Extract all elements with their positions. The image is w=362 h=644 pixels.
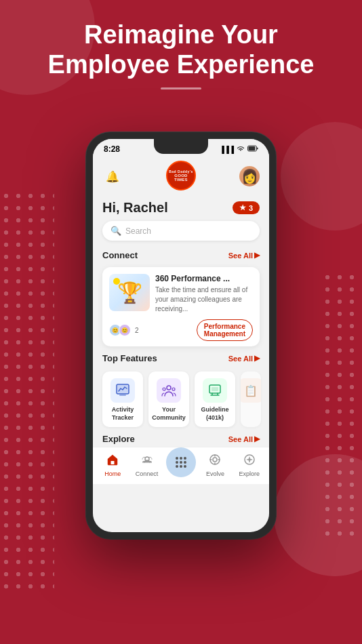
deco-dots-right (321, 271, 362, 542)
explore-section-header: Explore See All ▶ (93, 431, 269, 447)
hero-section: Reimagine Your Employee Experience (0, 20, 362, 103)
phone-notch (154, 139, 208, 154)
connect-card[interactable]: 🏆 360 Performance ... Take the time and … (102, 267, 260, 346)
search-bar[interactable]: 🔍 Search (102, 221, 260, 241)
svg-point-7 (163, 388, 165, 390)
features-title: Top Features (102, 353, 157, 363)
nav-center[interactable] (164, 453, 198, 477)
svg-point-20 (180, 465, 182, 468)
features-row: ActivityTracker YourCommunity (93, 366, 269, 431)
nav-evolve-label: Evolve (206, 470, 224, 477)
svg-point-23 (213, 458, 217, 462)
avatar-count: 2 (135, 327, 139, 334)
svg-point-14 (180, 457, 182, 460)
explore-title: Explore (102, 434, 135, 444)
phone-mockup: 8:28 ▐▐▐ (86, 132, 276, 539)
star-count: 3 (249, 204, 253, 212)
evolve-icon (209, 454, 221, 469)
community-icon (157, 378, 181, 403)
app-logo: Bad Daddy's GOOD TIMES (166, 161, 196, 192)
svg-point-15 (184, 457, 186, 460)
svg-point-19 (176, 465, 178, 468)
svg-point-18 (184, 461, 186, 464)
feature-guideline[interactable]: Guideline(401k) (195, 371, 235, 427)
connect-see-all[interactable]: See All ▶ (228, 251, 260, 260)
greeting-text: Hi, Rachel (102, 200, 168, 216)
community-label: YourCommunity (152, 406, 186, 422)
connect-section-header: Connect See All ▶ (93, 247, 269, 263)
wifi-icon (237, 145, 245, 153)
svg-point-16 (176, 461, 178, 464)
card-title: 360 Performance ... (155, 274, 253, 283)
feature-activity-tracker[interactable]: ActivityTracker (102, 371, 143, 427)
svg-point-6 (167, 386, 171, 390)
nav-connect[interactable]: Connect (129, 454, 163, 477)
phone-screen: 8:28 ▐▐▐ (93, 139, 269, 532)
feature-more[interactable]: 📋 (241, 371, 261, 427)
features-section-header: Top Features See All ▶ (93, 350, 269, 366)
features-chevron-icon: ▶ (254, 354, 260, 363)
card-footer: 😊 😊 2 Performance Management (109, 319, 253, 341)
star-badge[interactable]: ★ 3 (233, 201, 260, 214)
guideline-icon (203, 378, 227, 403)
svg-point-17 (180, 461, 182, 464)
activity-tracker-label: ActivityTracker (112, 406, 134, 422)
bell-icon: 🔔 (106, 170, 119, 183)
nav-evolve[interactable]: Evolve (198, 454, 232, 477)
logo-badge: Bad Daddy's GOOD TIMES (166, 161, 196, 190)
avatar-2: 😊 (119, 324, 131, 336)
chevron-right-icon: ▶ (254, 251, 260, 260)
nav-explore-label: Explore (239, 470, 260, 477)
status-time: 8:28 (104, 144, 120, 154)
svg-point-25 (248, 458, 251, 461)
bell-button[interactable]: 🔔 (102, 166, 123, 186)
avatar[interactable]: 👩 (239, 166, 260, 186)
explore-see-all[interactable]: See All ▶ (228, 435, 260, 443)
explore-nav-icon (243, 454, 256, 469)
battery-icon (247, 145, 258, 153)
svg-rect-10 (212, 387, 218, 391)
performance-management-button[interactable]: Performance Management (197, 319, 253, 341)
features-see-all[interactable]: See All ▶ (228, 354, 260, 363)
avatar-group: 😊 😊 2 (109, 324, 139, 336)
connect-title: Connect (102, 250, 138, 260)
activity-tracker-icon (110, 378, 135, 403)
more-icon: 📋 (241, 378, 261, 403)
svg-point-8 (172, 388, 175, 390)
hero-title: Reimagine Your Employee Experience (27, 20, 335, 79)
svg-rect-11 (111, 461, 115, 464)
home-icon (106, 454, 119, 469)
nav-explore[interactable]: Explore (233, 454, 266, 477)
svg-point-13 (176, 457, 178, 460)
status-icons: ▐▐▐ (220, 145, 258, 153)
nav-home[interactable]: Home (96, 454, 129, 477)
card-image: 🏆 (109, 274, 150, 311)
svg-point-21 (184, 465, 186, 468)
nav-center-button[interactable] (166, 447, 196, 477)
deco-dots-left (0, 190, 54, 597)
star-icon: ★ (239, 203, 246, 212)
card-description: Take the time and ensure all of your ama… (155, 285, 253, 314)
card-text: 360 Performance ... Take the time and en… (155, 274, 253, 314)
avatar-image: 👩 (241, 168, 258, 184)
yellow-dot (113, 278, 120, 285)
app-header: 🔔 Bad Daddy's GOOD TIMES 👩 (93, 157, 269, 196)
greeting-row: Hi, Rachel ★ 3 (93, 196, 269, 221)
hero-divider (161, 87, 201, 89)
search-icon: 🔍 (110, 226, 121, 236)
guideline-label: Guideline(401k) (201, 406, 228, 422)
deco-circle-top-right (281, 122, 362, 230)
bottom-nav: Home Connect (93, 447, 269, 484)
nav-home-label: Home (104, 470, 121, 477)
card-illustration: 🏆 (117, 281, 142, 304)
svg-rect-2 (257, 148, 258, 150)
svg-rect-1 (249, 146, 256, 150)
search-placeholder: Search (125, 226, 252, 236)
svg-rect-5 (119, 395, 126, 396)
feature-your-community[interactable]: YourCommunity (148, 371, 189, 427)
connect-icon (141, 454, 153, 469)
card-inner: 🏆 360 Performance ... Take the time and … (109, 274, 253, 314)
phone-frame: 8:28 ▐▐▐ (86, 132, 276, 539)
nav-connect-label: Connect (136, 470, 159, 477)
explore-chevron-icon: ▶ (254, 435, 260, 443)
